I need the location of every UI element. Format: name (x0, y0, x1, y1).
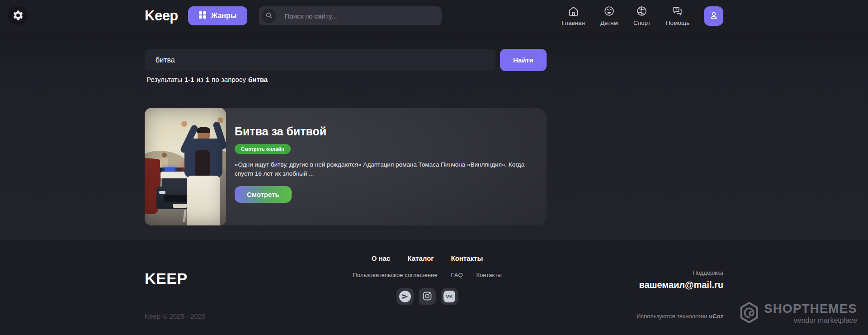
user-icon (709, 10, 719, 22)
site-logo[interactable]: Keep (145, 8, 178, 24)
result-card: Битва за битвой Смотреть онлайн «Одни ищ… (145, 108, 547, 225)
site-search-form: Найти (145, 49, 547, 71)
settings-button[interactable] (8, 6, 28, 26)
movie-title[interactable]: Битва за битвой (235, 125, 534, 138)
home-icon (568, 5, 579, 18)
gear-icon (12, 10, 24, 23)
results-total: 1 (206, 76, 209, 83)
page: Keep Жанры Г (0, 0, 868, 335)
nav-item-label: Спорт (633, 19, 651, 26)
genres-button[interactable]: Жанры (188, 6, 248, 25)
footer-secondary-links: Пользовательское соглашение FAQ Контакты (280, 272, 574, 278)
copyright: Keep © 2025 - 2025 (145, 312, 206, 320)
footer-link-about[interactable]: О нас (372, 254, 391, 262)
nav-item-label: Главная (562, 19, 585, 26)
sport-ball-icon (636, 5, 647, 18)
header-nav: Главная Детям Спорт ? (562, 5, 690, 26)
card-content: Битва за битвой Смотреть онлайн «Одни ищ… (235, 125, 534, 203)
header-search-field (259, 6, 442, 25)
footer-left: KEEP (145, 254, 280, 305)
footer-middle: О нас Каталог Контакты Пользовательское … (280, 254, 574, 305)
header: Keep Жанры Г (0, 0, 868, 32)
instagram-icon (422, 291, 433, 303)
results-by: по запросу (212, 76, 246, 83)
ucoz-credit: Используются технологии uCoz (637, 313, 723, 320)
find-button[interactable]: Найти (500, 49, 547, 71)
watch-online-badge: Смотреть онлайн (235, 144, 291, 154)
kids-smile-icon (604, 5, 615, 18)
footer-link-terms[interactable]: Пользовательское соглашение (353, 272, 437, 278)
nav-item-sport[interactable]: Спорт (633, 5, 651, 26)
shopthemes-logo[interactable]: SHOPTHEMES vendor marketplace (740, 302, 857, 325)
movie-poster[interactable] (145, 108, 226, 225)
movie-description: «Одни ищут битву, другие в ней рождаются… (235, 160, 533, 178)
help-chat-icon: ? (672, 5, 683, 18)
telegram-icon (399, 291, 411, 302)
instagram-button[interactable] (419, 288, 436, 305)
vk-icon: VK (443, 291, 455, 302)
footer: KEEP О нас Каталог Контакты Пользователь… (0, 240, 868, 335)
watch-button[interactable]: Смотреть (235, 186, 292, 203)
ucoz-credit-text: Используются технологии (637, 313, 708, 320)
vk-button[interactable]: VK (441, 288, 458, 305)
profile-button[interactable] (704, 6, 723, 26)
results-query: битва (248, 76, 268, 83)
main-content: Найти Результаты1-1из1по запросубитва (0, 32, 868, 240)
telegram-button[interactable] (396, 288, 414, 305)
nav-item-kids[interactable]: Детям (600, 5, 618, 26)
shopthemes-tagline: vendor marketplace (764, 316, 857, 325)
shopthemes-name: SHOPTHEMES (764, 302, 857, 315)
nav-item-label: Детям (600, 19, 618, 26)
ucoz-brand[interactable]: uCoz (709, 313, 723, 320)
nav-item-label: Помощь (666, 19, 689, 26)
footer-logo: KEEP (145, 270, 280, 287)
poster-vignette (145, 108, 226, 225)
shopthemes-hexagon-icon (740, 302, 759, 325)
results-of: из (197, 76, 203, 83)
svg-text:?: ? (675, 7, 678, 11)
footer-link-catalog[interactable]: Каталог (407, 254, 434, 262)
header-search-submit[interactable] (262, 9, 276, 23)
results-prefix: Результаты (146, 76, 182, 83)
footer-primary-links: О нас Каталог Контакты (280, 254, 574, 262)
footer-link-contacts[interactable]: Контакты (451, 254, 483, 262)
header-search-input[interactable] (276, 12, 439, 20)
grid-icon (199, 11, 206, 20)
genres-button-label: Жанры (211, 12, 237, 20)
footer-bottom: Keep © 2025 - 2025 Используются технолог… (145, 312, 723, 320)
results-range: 1-1 (184, 76, 194, 83)
search-icon (265, 12, 273, 20)
nav-item-help[interactable]: ? Помощь (666, 5, 689, 26)
footer-social: VK (280, 288, 574, 305)
footer-link-contacts-2[interactable]: Контакты (476, 272, 502, 278)
footer-link-faq[interactable]: FAQ (451, 272, 463, 278)
support-email[interactable]: вашемаил@mail.ru (574, 280, 723, 290)
results-summary: Результаты1-1из1по запросубитва (145, 76, 723, 83)
support-label: Поддержка (574, 269, 723, 276)
site-search-input[interactable] (145, 49, 495, 71)
footer-right: Поддержка вашемаил@mail.ru (574, 254, 723, 305)
nav-item-home[interactable]: Главная (562, 5, 585, 26)
